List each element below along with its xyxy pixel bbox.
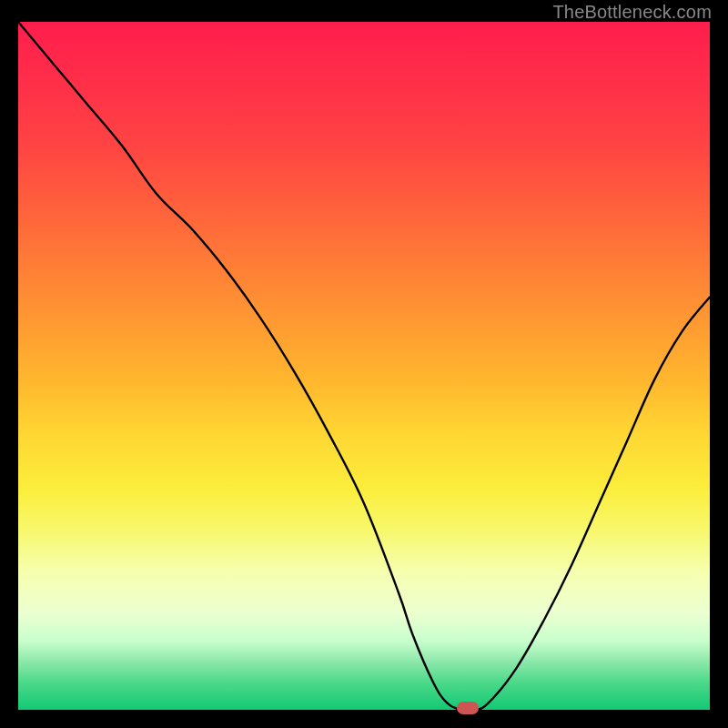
chart-frame: TheBottleneck.com — [0, 0, 728, 728]
plot-area — [18, 22, 710, 710]
curve-path — [18, 22, 710, 710]
optimal-point-marker — [457, 702, 479, 714]
watermark-label: TheBottleneck.com — [552, 2, 712, 23]
bottleneck-curve — [18, 22, 710, 710]
